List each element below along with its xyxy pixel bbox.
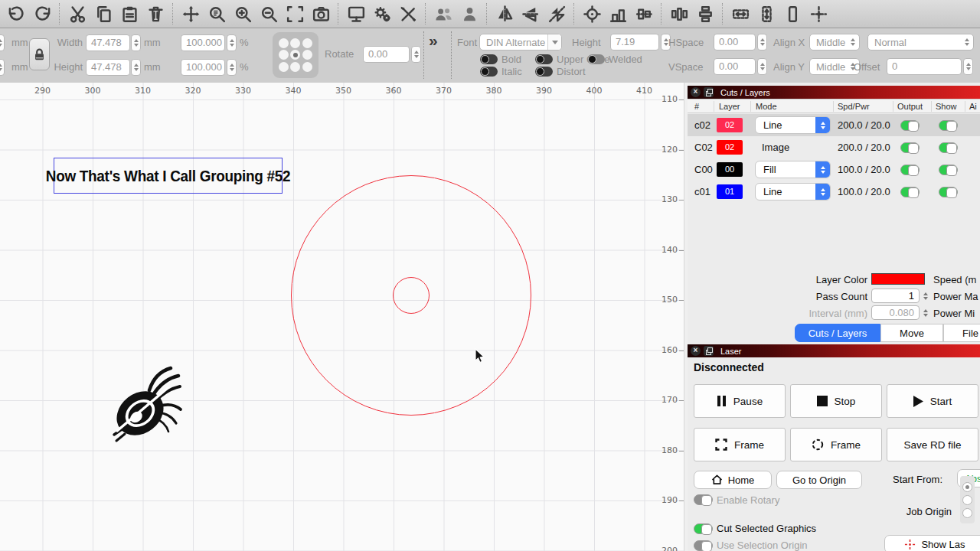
machine-settings-icon[interactable]: [397, 2, 420, 25]
anchor-dot[interactable]: [290, 38, 300, 48]
detach-icon[interactable]: [704, 346, 714, 356]
anchor-dot[interactable]: [290, 62, 300, 72]
font-welded-toggle[interactable]: Welded: [587, 54, 642, 65]
same-size-icon[interactable]: [781, 2, 804, 25]
frame-circle-button[interactable]: Frame: [790, 428, 882, 461]
output-toggle[interactable]: [900, 165, 920, 175]
offset-spinner[interactable]: [963, 58, 973, 75]
detach-icon[interactable]: [704, 87, 714, 97]
show-toggle[interactable]: [939, 142, 958, 153]
font-distort-toggle[interactable]: Distort: [535, 66, 586, 77]
close-icon[interactable]: [691, 346, 701, 356]
layer-color-swatch[interactable]: [871, 273, 925, 285]
frame-selection-icon[interactable]: [283, 2, 306, 25]
output-toggle[interactable]: [900, 120, 920, 131]
height-spinner[interactable]: [131, 59, 141, 76]
layer-color-chip[interactable]: 01: [717, 184, 743, 199]
layer-color-chip[interactable]: 00: [717, 162, 743, 177]
frame-square-button[interactable]: Frame: [694, 428, 786, 461]
stop-button[interactable]: Stop: [790, 384, 882, 418]
speaker-logo-graphic[interactable]: [111, 366, 183, 447]
paste-icon[interactable]: [118, 2, 141, 25]
anchor-dot[interactable]: [279, 38, 289, 48]
copy-icon[interactable]: [92, 2, 115, 25]
anchor-dot[interactable]: [302, 50, 312, 60]
show-toggle[interactable]: [939, 120, 958, 131]
zoom-in-icon[interactable]: [231, 2, 254, 25]
anchor-point-selector[interactable]: [273, 32, 318, 78]
layer-row-c02[interactable]: c0202Line200.0 / 20.0: [688, 114, 980, 136]
layer-row-c01[interactable]: c0101Line100.0 / 20.0: [688, 181, 980, 203]
flip-horizontal-icon[interactable]: [519, 2, 542, 25]
mode-dropdown[interactable]: Line: [755, 116, 831, 134]
cut-selected-graphics-toggle[interactable]: [694, 523, 713, 534]
job-origin-radio[interactable]: [962, 495, 972, 505]
anchor-dot-center-selected[interactable]: [290, 50, 300, 60]
distribute-vertical-icon[interactable]: [694, 2, 717, 25]
anchor-dot[interactable]: [279, 50, 289, 60]
style-dropdown[interactable]: Normal: [867, 34, 974, 51]
show-position-icon[interactable]: [807, 2, 830, 25]
close-icon[interactable]: [691, 87, 701, 97]
layer-color-chip[interactable]: 02: [717, 140, 743, 155]
align-bottom-icon[interactable]: [606, 2, 629, 25]
pan-icon[interactable]: [179, 2, 202, 25]
redo-icon[interactable]: [31, 2, 54, 25]
width-percent-spinner[interactable]: [227, 34, 237, 51]
zoom-to-page-icon[interactable]: [205, 2, 228, 25]
layer-row-C02[interactable]: C0202Image200.0 / 20.0: [688, 136, 980, 158]
align-y-dropdown[interactable]: Middle: [809, 58, 860, 75]
hspace-input[interactable]: 0.00: [714, 34, 756, 51]
height-input[interactable]: 47.478: [86, 59, 130, 76]
output-toggle[interactable]: [900, 187, 920, 197]
align-x-dropdown[interactable]: Middle: [809, 34, 860, 51]
tab-cuts-layers[interactable]: Cuts / Layers: [795, 324, 880, 342]
font-italic-toggle[interactable]: Italic: [480, 66, 522, 77]
home-button[interactable]: Home: [694, 471, 772, 489]
start-button[interactable]: Start: [887, 384, 978, 418]
anchor-dot[interactable]: [302, 62, 312, 72]
job-origin-radio[interactable]: [962, 508, 972, 518]
same-width-icon[interactable]: [729, 2, 752, 25]
mirror-across-line-icon[interactable]: [545, 2, 568, 25]
offset-input[interactable]: 0: [887, 58, 962, 75]
output-toggle[interactable]: [900, 142, 920, 153]
undo-icon[interactable]: [5, 2, 28, 25]
team-icon[interactable]: [432, 2, 455, 25]
width-spinner[interactable]: [131, 34, 141, 51]
move-to-origin-icon[interactable]: [580, 2, 603, 25]
use-selection-origin-toggle[interactable]: [694, 540, 713, 551]
y-position-spinner[interactable]: [0, 59, 5, 76]
font-height-input[interactable]: 7.19: [610, 34, 659, 51]
workspace-canvas[interactable]: 2903003103203303403503603703803904004101…: [0, 83, 684, 551]
lock-aspect-button[interactable]: [29, 38, 50, 70]
pass-count-spinner[interactable]: [921, 289, 930, 303]
hspace-spinner[interactable]: [757, 34, 767, 51]
interval-spinner[interactable]: [921, 305, 930, 320]
layer-color-chip[interactable]: 02: [717, 118, 743, 132]
device-settings-icon[interactable]: [371, 2, 394, 25]
anchor-dot[interactable]: [279, 62, 289, 72]
job-origin-selector[interactable]: [960, 476, 975, 523]
show-last-position-button[interactable]: Show Las: [884, 535, 980, 551]
enable-rotary-toggle[interactable]: [694, 494, 713, 505]
show-toggle[interactable]: [939, 165, 958, 175]
height-percent-input[interactable]: 100.000: [181, 59, 225, 76]
selected-text-object[interactable]: Now That's What I Call Grouping #52: [54, 158, 283, 194]
interval-input[interactable]: 0.080: [871, 305, 920, 320]
camera-capture-icon[interactable]: [309, 2, 332, 25]
x-position-spinner[interactable]: [0, 34, 5, 51]
cut-icon[interactable]: [66, 2, 89, 25]
goto-origin-button[interactable]: Go to Origin: [776, 471, 862, 489]
align-center-icon[interactable]: [632, 2, 655, 25]
preview-icon[interactable]: [345, 2, 368, 25]
zoom-out-icon[interactable]: [257, 2, 280, 25]
vspace-input[interactable]: 0.00: [714, 58, 756, 75]
width-input[interactable]: 47.478: [86, 34, 130, 51]
flip-vertical-icon[interactable]: [493, 2, 516, 25]
anchor-dot[interactable]: [302, 38, 312, 48]
distribute-horizontal-icon[interactable]: [668, 2, 691, 25]
pause-button[interactable]: Pause: [694, 384, 786, 418]
save-rd-file-button[interactable]: Save RD file: [887, 428, 978, 461]
rotate-spinner[interactable]: [411, 46, 421, 63]
